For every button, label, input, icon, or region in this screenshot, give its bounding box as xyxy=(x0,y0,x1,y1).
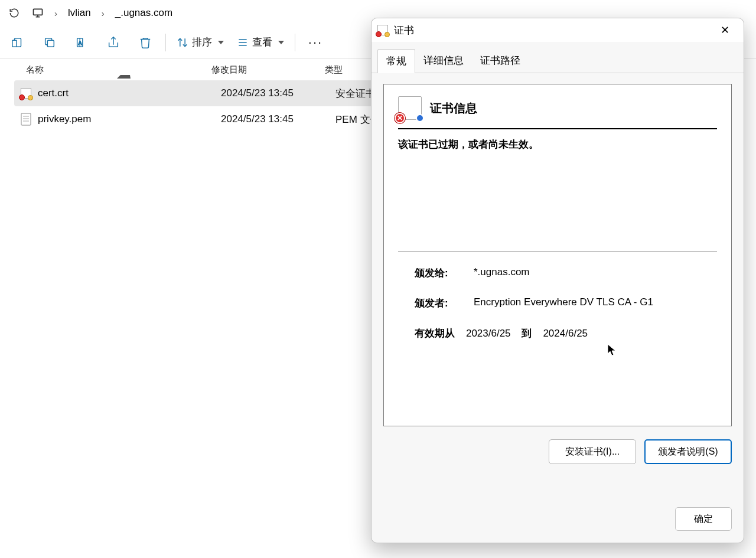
close-button[interactable]: ✕ xyxy=(712,21,738,40)
sort-button[interactable]: 排序 xyxy=(171,35,230,49)
cert-info-heading: 证书信息 xyxy=(430,100,477,116)
copy-button[interactable] xyxy=(34,30,65,56)
issued-by-value: Encryption Everywhere DV TLS CA - G1 xyxy=(474,296,653,310)
dialog-titlebar: 证书 ✕ xyxy=(372,18,744,42)
issuer-statement-button[interactable]: 颁发者说明(S) xyxy=(644,439,732,464)
svg-text:A: A xyxy=(79,40,83,45)
tab-details[interactable]: 详细信息 xyxy=(415,49,472,73)
dialog-footer: 确定 xyxy=(372,498,744,543)
issued-to-label: 颁发给: xyxy=(415,266,474,280)
valid-from-label: 有效期从 xyxy=(415,328,455,339)
valid-from-value: 2023/6/25 xyxy=(466,328,511,339)
view-button[interactable]: 查看 xyxy=(231,35,290,49)
file-date: 2024/5/23 13:45 xyxy=(221,87,335,99)
validity-row: 有效期从 2023/6/25 到 2024/6/25 xyxy=(415,327,717,340)
tab-path[interactable]: 证书路径 xyxy=(472,49,529,73)
certificate-info-panel: ✕ 证书信息 该证书已过期，或者尚未生效。 颁发给: *.ugnas.com 颁… xyxy=(383,84,732,426)
issued-to-row: 颁发给: *.ugnas.com xyxy=(415,266,717,280)
dialog-title: 证书 xyxy=(394,24,706,37)
new-button[interactable] xyxy=(2,30,33,56)
issued-by-label: 颁发者: xyxy=(415,296,474,310)
separator xyxy=(295,34,295,51)
svg-rect-0 xyxy=(34,9,43,15)
chevron-down-icon xyxy=(218,41,224,44)
separator xyxy=(165,34,166,51)
col-header-date[interactable]: 修改日期 xyxy=(207,59,320,80)
file-name: privkey.pem xyxy=(38,113,221,125)
install-cert-button[interactable]: 安装证书(I)... xyxy=(549,439,636,464)
tab-general[interactable]: 常规 xyxy=(377,49,415,73)
delete-button[interactable] xyxy=(130,30,161,56)
file-name: cert.crt xyxy=(38,87,221,99)
issued-to-value: *.ugnas.com xyxy=(474,266,530,280)
sort-label: 排序 xyxy=(192,35,212,49)
more-button[interactable]: ··· xyxy=(300,30,331,56)
breadcrumb-item[interactable]: _.ugnas.com xyxy=(112,6,176,20)
breadcrumb-item[interactable]: lvlian xyxy=(64,6,94,20)
refresh-button[interactable] xyxy=(5,4,24,22)
pc-icon[interactable] xyxy=(28,4,47,22)
divider xyxy=(398,128,717,129)
svg-rect-11 xyxy=(21,113,31,125)
sort-asc-icon xyxy=(117,57,131,79)
ok-button[interactable]: 确定 xyxy=(675,507,732,531)
certificate-dialog: 证书 ✕ 常规 详细信息 证书路径 ✕ 证书信息 该证书已过期，或者尚未生效。 … xyxy=(371,18,744,543)
valid-to-value: 2024/6/25 xyxy=(543,328,588,339)
divider xyxy=(398,252,717,252)
certificate-app-icon xyxy=(377,25,388,35)
issued-by-row: 颁发者: Encryption Everywhere DV TLS CA - G… xyxy=(415,296,717,310)
svg-rect-4 xyxy=(12,40,17,47)
chevron-right-icon: › xyxy=(52,8,60,18)
certificate-file-icon xyxy=(17,88,35,99)
file-date: 2024/5/23 13:45 xyxy=(221,113,335,125)
view-label: 查看 xyxy=(252,35,272,49)
cert-warning-text: 该证书已过期，或者尚未生效。 xyxy=(398,138,717,151)
document-file-icon xyxy=(17,113,35,126)
rename-button[interactable]: A xyxy=(66,30,97,56)
dialog-tabs: 常规 详细信息 证书路径 xyxy=(372,42,744,73)
svg-rect-5 xyxy=(47,40,54,47)
panel-buttons: 安装证书(I)... 颁发者说明(S) xyxy=(372,431,744,464)
chevron-right-icon: › xyxy=(99,8,107,18)
col-header-name[interactable]: 名称 xyxy=(0,59,207,80)
valid-to-sep: 到 xyxy=(522,328,532,339)
share-button[interactable] xyxy=(98,30,129,56)
certificate-large-icon: ✕ xyxy=(398,96,422,120)
chevron-down-icon xyxy=(278,41,284,44)
